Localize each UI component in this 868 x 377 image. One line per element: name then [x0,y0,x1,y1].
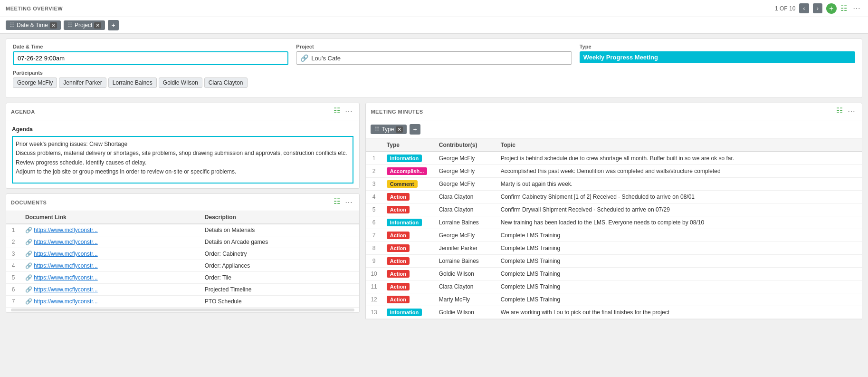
remove-filter-date[interactable]: ✕ [50,22,57,29]
participant-chip: George McFly [13,77,57,88]
participant-chip: Lorraine Baines [108,77,157,88]
topic-cell: When do we return to full staff on site? [496,319,862,320]
more-options-button[interactable]: ⋯ [851,3,862,14]
table-row: 8 Action Jennifer Parker Complete LMS Tr… [366,242,862,255]
documents-header: DOCUMENTS ☷ ⋯ [6,194,359,211]
type-value[interactable]: Weekly Progress Meeting [580,51,855,63]
type-badge: Information [387,309,422,316]
type-badge: Action [387,206,410,213]
row-num: 12 [366,293,382,306]
table-row: 14 Question Lorraine Baines When do we r… [366,319,862,320]
filter-chip-project[interactable]: ☷ Project ✕ [64,20,105,30]
participant-chip: Clara Clayton [204,77,248,88]
type-badge: Action [387,232,410,239]
doc-desc-cell: Order: Appliances [200,260,360,272]
mm-filter-chip-type[interactable]: ☷ Type ✕ [371,125,407,134]
mm-col-type: Type [382,139,434,152]
contributor-cell: Clara Clayton [434,191,496,203]
table-row: 7 🔗https://www.mcflyconstr... PTO Schedu… [6,296,359,308]
table-row: 2 🔗https://www.mcflyconstr... Details on… [6,236,359,248]
row-num: 2 [6,236,20,248]
doc-link-cell[interactable]: 🔗https://www.mcflyconstr... [20,272,200,284]
add-record-button[interactable]: + [826,3,837,14]
type-badge: Comment [387,180,418,188]
mm-filter-icon: ☷ [374,126,380,133]
contributor-cell: Jennifer Parker [434,242,496,255]
topic-cell: Complete LMS Training [496,268,862,280]
type-badge: Action [387,244,410,252]
agenda-title: AGENDA [11,109,35,115]
project-input-wrapper[interactable]: 🔗 Lou's Cafe [296,51,572,65]
table-row: 3 🔗https://www.mcflyconstr... Order: Cab… [6,248,359,260]
link-icon: 🔗 [300,54,308,62]
row-num: 5 [366,203,382,216]
agenda-label: Agenda [12,125,353,134]
documents-icons: ☷ ⋯ [334,197,354,208]
mm-more-button[interactable]: ⋯ [846,106,857,117]
documents-section: DOCUMENTS ☷ ⋯ Document Link Description [6,193,360,313]
doc-link-cell[interactable]: 🔗https://www.mcflyconstr... [20,296,200,308]
type-cell: Action [382,191,434,203]
agenda-body: Agenda Prior week's pending issues: Crew… [6,120,359,188]
table-row: 13 Information Goldie Wilson We are work… [366,306,862,319]
topic-cell: Accomplished this past week: Demolition … [496,165,862,178]
meeting-overview-title: MEETING OVERVIEW [6,6,63,11]
mm-icons: ☷ ⋯ [836,106,857,117]
form-row-2: Participants George McFlyJennifer Parker… [13,70,855,88]
add-filter-button[interactable]: + [108,20,118,30]
contributor-cell: Lorraine Baines [434,319,496,320]
docs-scrollbar[interactable] [11,309,354,311]
date-label: Date & Time [13,44,288,49]
topic-cell: Complete LMS Training [496,242,862,255]
agenda-icons: ☷ ⋯ [334,106,354,117]
mm-table: Type Contributor(s) Topic 1 Information … [366,139,862,319]
row-num: 3 [366,178,382,191]
documents-filter-icon[interactable]: ☷ [334,197,340,208]
filter-icon[interactable]: ☷ [840,4,847,13]
table-row: 2 Accomplish... George McFly Accomplishe… [366,165,862,178]
filter-chip-date-time[interactable]: ☷ Date & Time ✕ [6,20,61,30]
doc-desc-cell: Details on Materials [200,224,360,236]
table-row: 5 Action Clara Clayton Confirm Drywall S… [366,203,862,216]
table-row: 12 Action Marty McFly Complete LMS Train… [366,293,862,306]
mm-remove-filter[interactable]: ✕ [396,126,403,133]
doc-desc-cell: Order: Tile [200,272,360,284]
table-row: 11 Action Clara Clayton Complete LMS Tra… [366,280,862,293]
contributor-cell: George McFly [434,152,496,165]
topic-cell: Confirm Cabinetry Shipment [1 of 2] Rece… [496,191,862,203]
mm-table-wrapper: Type Contributor(s) Topic 1 Information … [366,139,862,319]
type-cell: Information [382,216,434,229]
table-row: 3 Comment George McFly Marty is out agai… [366,178,862,191]
doc-link-cell[interactable]: 🔗https://www.mcflyconstr... [20,284,200,296]
filter-icon-project: ☷ [67,22,73,29]
mm-filter-icon[interactable]: ☷ [836,106,843,117]
agenda-more-button[interactable]: ⋯ [343,106,354,117]
next-button[interactable]: › [813,3,822,13]
row-num: 4 [6,260,20,272]
row-num: 9 [366,255,382,268]
type-cell: Action [382,255,434,268]
remove-filter-project[interactable]: ✕ [94,22,101,29]
mm-filter-label: Type [382,126,394,133]
row-num: 1 [366,152,382,165]
topic-cell: Complete LMS Training [496,293,862,306]
doc-link-cell[interactable]: 🔗https://www.mcflyconstr... [20,248,200,260]
type-badge: Action [387,283,410,290]
date-input[interactable] [13,51,288,65]
table-row: 6 🔗https://www.mcflyconstr... Projected … [6,284,359,296]
mm-add-filter-button[interactable]: + [410,124,420,135]
doc-link-cell[interactable]: 🔗https://www.mcflyconstr... [20,224,200,236]
doc-link-cell[interactable]: 🔗https://www.mcflyconstr... [20,236,200,248]
participant-chip: Goldie Wilson [159,77,202,88]
prev-button[interactable]: ‹ [799,3,809,13]
agenda-filter-icon[interactable]: ☷ [334,106,340,117]
table-row: 10 Action Goldie Wilson Complete LMS Tra… [366,268,862,280]
topic-cell: Confirm Drywall Shipment Received - Sche… [496,203,862,216]
documents-more-button[interactable]: ⋯ [343,197,354,208]
row-num: 7 [366,229,382,242]
doc-link-cell[interactable]: 🔗https://www.mcflyconstr... [20,260,200,272]
contributor-cell: George McFly [434,229,496,242]
meeting-minutes-section: MEETING MINUTES ☷ ⋯ ☷ Type ✕ + [365,103,862,320]
type-cell: Action [382,293,434,306]
contributor-cell: Goldie Wilson [434,268,496,280]
